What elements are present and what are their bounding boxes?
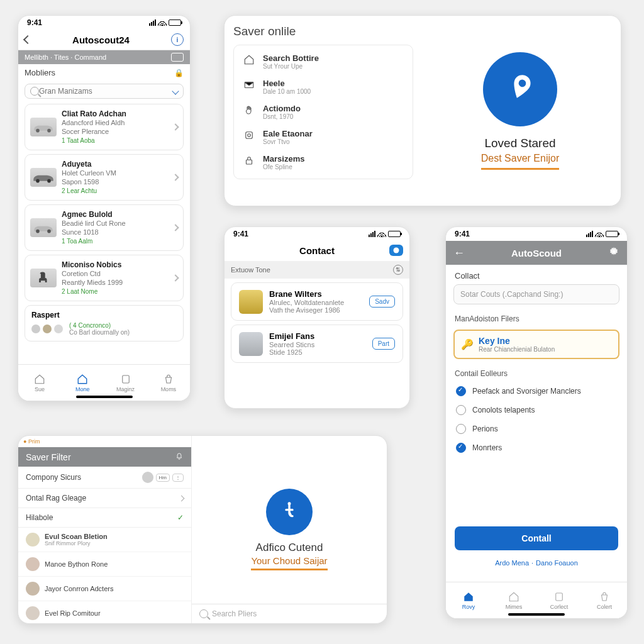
- back-icon[interactable]: ←: [453, 247, 465, 260]
- listing-sub2: Sunce 1018: [62, 228, 168, 237]
- avatar-icon: [26, 582, 40, 596]
- menu-item[interactable]: Search BottireSut Yrour Upe: [234, 49, 413, 74]
- tab-label: Rovy: [462, 604, 475, 610]
- person-row[interactable]: Evel Rip Comitour: [18, 601, 191, 624]
- raspert-card[interactable]: Raspert ( 4 Concronco) Co Barl diournall…: [25, 305, 184, 341]
- avatar-icon: [43, 325, 52, 333]
- footer-link[interactable]: Dano Foauon: [536, 559, 578, 567]
- tab-rovy[interactable]: Rovy: [446, 582, 491, 618]
- menu-sub: Sut Yrour Upe: [263, 63, 319, 70]
- search-icon: [30, 87, 39, 96]
- contact-row[interactable]: Brane WiltersAlrulec, WoltdatenanleteVat…: [231, 282, 403, 321]
- search-input[interactable]: [39, 87, 173, 96]
- contact-name: Emijel Fans: [269, 331, 366, 341]
- menu-item[interactable]: MarsizemsOfe Spline: [234, 150, 413, 175]
- brand-title: Loved Stared: [484, 136, 555, 150]
- home-indicator: [508, 613, 565, 616]
- filter-row[interactable]: Ontal Rag Gleage: [18, 489, 191, 508]
- group-header: Contail Eolleurs: [446, 365, 627, 382]
- option-label: Peefack and Svorsiger Manclers: [472, 387, 581, 396]
- listing-meta: 2 Laat Nome: [62, 288, 168, 296]
- person-row[interactable]: Jayor Conrron Adcters: [18, 577, 191, 601]
- listing-row[interactable]: Cliat Rato AdchanAdancford Hied AldhSoce…: [25, 104, 184, 150]
- compose-icon[interactable]: [389, 245, 403, 256]
- contact-row[interactable]: Emijel FansSearred SticnsStide 1925 Part: [231, 325, 403, 363]
- search-input-wrap[interactable]: [25, 84, 184, 99]
- row-label: Compony Sicurs: [26, 473, 81, 482]
- brand-subtitle: Dest Saver Enijor: [481, 153, 560, 170]
- person-row[interactable]: Manoe Bython Rone: [18, 552, 191, 577]
- menu-title: Search Bottire: [263, 53, 319, 63]
- filter-row[interactable]: Hilabole ✓: [18, 508, 191, 528]
- radio-icon: [456, 405, 466, 415]
- footer-link[interactable]: Ardo Mena: [495, 559, 529, 567]
- menu-item[interactable]: HeeleDale 10 am 1000: [234, 74, 413, 99]
- gear-icon[interactable]: [608, 246, 619, 260]
- svg-point-4: [36, 230, 40, 233]
- mail-icon: [243, 79, 255, 91]
- listing-row[interactable]: Agmec BuloldBeadié lird Cut RoneSunce 10…: [25, 204, 184, 251]
- option-row[interactable]: Monrters: [446, 438, 627, 457]
- menu-sub: Sovr Ttvo: [263, 138, 313, 145]
- lock-icon: [243, 154, 255, 167]
- tab-label: Sue: [35, 386, 45, 392]
- contact-sub2: Stide 1925: [269, 348, 366, 356]
- car-thumb-icon: [30, 118, 57, 136]
- tab-sue[interactable]: Sue: [18, 365, 61, 401]
- avatar-icon: [26, 557, 40, 571]
- menu-title: Eale Etaonar: [263, 129, 313, 138]
- svg-rect-10: [247, 160, 252, 164]
- key-card[interactable]: 🔑 Key Ine Rear Chianchienial Bulaton: [453, 330, 619, 359]
- listing-meta: 1 Taat Aoba: [62, 137, 168, 145]
- back-icon[interactable]: [23, 35, 32, 44]
- filter-screen: 9:41 ← AutoScoud Collact Sotar Couts (.C…: [445, 226, 628, 619]
- section-header: Mobliers 🔒: [18, 64, 190, 81]
- avatar-icon: [142, 472, 153, 483]
- search-input[interactable]: Sotar Couts (.Capchand Sing:): [453, 284, 619, 304]
- avatar-icon: [31, 325, 40, 333]
- filter-row[interactable]: Compony Sicurs Hm ⋮: [18, 467, 191, 489]
- raspert-sub: ( 4 Concronco): [69, 322, 130, 329]
- option-row[interactable]: Peefack and Svorsiger Manclers: [446, 382, 627, 401]
- chevron-down-icon[interactable]: [172, 87, 179, 94]
- tab-moms[interactable]: Moms: [147, 365, 190, 401]
- toolbar-action-icon[interactable]: [171, 53, 184, 62]
- menu-item[interactable]: Eale EtaonarSovr Ttvo: [234, 125, 413, 150]
- footer-links: Ardo Mena·Dano Foauon: [446, 559, 627, 567]
- section-title: Mobliers: [25, 68, 55, 77]
- person-row[interactable]: Evul Scoan BletionSnif Rimmor Plory: [18, 528, 191, 552]
- menu-item[interactable]: ActiomdoDsnt, 1970: [234, 99, 413, 125]
- bell-icon[interactable]: [175, 452, 184, 462]
- option-label: Conolots telapents: [472, 406, 535, 414]
- avatar-icon: [26, 606, 40, 620]
- navbar: ← AutoScoud: [446, 241, 627, 265]
- listing-title: Cliat Rato Adchan: [62, 109, 168, 119]
- info-icon[interactable]: i: [171, 33, 184, 46]
- option-label: Monrters: [472, 443, 502, 452]
- status-bar: 9:41: [446, 227, 627, 241]
- person-name: Manoe Bython Rone: [45, 560, 108, 568]
- tab-label: Maginz: [116, 386, 135, 392]
- contact-screen: 9:41 Contact Extuow Tone ⇅ Brane Wilters…: [224, 226, 410, 409]
- primary-button[interactable]: Contall: [455, 526, 618, 550]
- tab-label: Mimes: [506, 604, 523, 610]
- filter-icon[interactable]: ⇅: [393, 265, 403, 275]
- listing-sub: Holet Curleon VM: [62, 169, 168, 178]
- contact-action-button[interactable]: Part: [372, 338, 395, 350]
- svg-point-3: [47, 179, 51, 183]
- chevron-right-icon: [172, 123, 179, 130]
- search-placeholder: Search Pliers: [212, 609, 257, 618]
- option-row[interactable]: Perions: [446, 419, 627, 438]
- svg-rect-6: [122, 375, 129, 383]
- listing-row[interactable]: AduyetaHolet Curleon VMSapon 15982 Lear …: [25, 154, 184, 201]
- toolbar-text: Mellibth · Tites · Command: [25, 53, 106, 61]
- search-bar[interactable]: Search Pliers: [192, 604, 387, 623]
- contact-sub: Searred Sticns: [269, 341, 366, 348]
- contact-action-button[interactable]: Sadv: [369, 296, 395, 308]
- svg-point-9: [248, 134, 251, 137]
- contact-sub: Alrulec, Woltdatenanlete: [269, 299, 363, 306]
- navbar: Contact: [225, 241, 409, 261]
- listing-row[interactable]: Miconiso NobicsCoretion CtdReantly Mieds…: [25, 255, 184, 301]
- option-row[interactable]: Conolots telapents: [446, 401, 627, 419]
- tab-colert[interactable]: Colert: [582, 582, 627, 618]
